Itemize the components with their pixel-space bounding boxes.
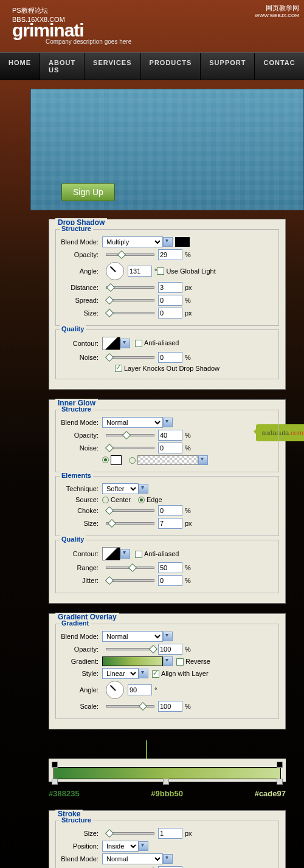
scale-input[interactable] xyxy=(158,701,182,712)
source-center-radio[interactable] xyxy=(102,497,109,503)
chevron-down-icon[interactable] xyxy=(163,656,173,666)
size-input[interactable] xyxy=(158,308,182,319)
size-slider[interactable] xyxy=(106,312,154,314)
brand-tagline: Company description goes here xyxy=(46,38,304,45)
gradient-editor[interactable] xyxy=(49,759,286,782)
contour-picker[interactable] xyxy=(102,547,120,560)
watermark-right: 网页教学网 WWW.WEBJX.COM xyxy=(255,4,299,18)
spread-input[interactable] xyxy=(158,295,182,306)
antialias-checkbox[interactable] xyxy=(135,551,142,558)
nav-support[interactable]: SUPPORT xyxy=(201,53,255,80)
nav-products[interactable]: PRODUCTS xyxy=(141,53,201,80)
choke-input[interactable] xyxy=(158,505,182,516)
panel-stroke: Stroke sudasuta.com Structure Size: px P… xyxy=(49,810,286,868)
gradient-picker[interactable] xyxy=(102,656,163,666)
noise-slider[interactable] xyxy=(106,447,154,449)
opacity-slider[interactable] xyxy=(106,648,154,650)
choke-slider[interactable] xyxy=(106,509,154,512)
glow-gradient-radio[interactable] xyxy=(129,457,136,464)
opacity-input[interactable] xyxy=(158,430,182,441)
hero-banner: Sign Up xyxy=(30,89,304,210)
chevron-down-icon[interactable] xyxy=(139,669,148,678)
position-select[interactable]: Inside xyxy=(102,841,139,852)
chevron-down-icon[interactable] xyxy=(198,455,208,465)
glow-gradient-swatch[interactable] xyxy=(137,455,198,465)
opacity-slider[interactable] xyxy=(106,253,154,256)
size-input[interactable] xyxy=(158,828,182,839)
chevron-down-icon[interactable] xyxy=(120,339,130,348)
angle-input[interactable] xyxy=(128,684,152,695)
size-input[interactable] xyxy=(158,518,182,529)
glow-color-swatch[interactable] xyxy=(111,455,122,465)
chevron-down-icon[interactable] xyxy=(139,841,148,851)
blend-mode-select[interactable]: Normal xyxy=(102,631,163,642)
panel-drop-shadow: Drop Shadow Structure Blend Mode: Multip… xyxy=(49,219,286,390)
color-swatch[interactable] xyxy=(175,237,190,247)
blend-mode-select[interactable]: Normal xyxy=(102,417,163,428)
chevron-down-icon[interactable] xyxy=(163,418,173,427)
nav-contact[interactable]: CONTAC xyxy=(255,53,304,80)
noise-input[interactable] xyxy=(158,352,182,363)
range-input[interactable] xyxy=(158,562,182,573)
distance-input[interactable] xyxy=(158,282,182,293)
chevron-down-icon[interactable] xyxy=(139,484,148,494)
glow-color-radio[interactable] xyxy=(102,456,109,463)
contour-picker[interactable] xyxy=(102,337,120,350)
size-slider[interactable] xyxy=(106,832,154,835)
angle-dial[interactable] xyxy=(106,681,124,699)
noise-input[interactable] xyxy=(158,443,182,453)
nav-services[interactable]: SERVICES xyxy=(85,53,140,80)
blend-mode-select[interactable]: Multiply xyxy=(102,236,163,247)
chevron-down-icon[interactable] xyxy=(120,549,130,559)
panel-gradient-overlay: Gradient Overlay Gradient Blend Mode: No… xyxy=(49,613,286,729)
distance-slider[interactable] xyxy=(106,286,154,289)
blend-mode-select[interactable]: Normal xyxy=(102,853,163,864)
antialias-checkbox[interactable] xyxy=(135,340,142,347)
jitter-input[interactable] xyxy=(158,575,182,586)
size-slider[interactable] xyxy=(106,522,154,525)
align-checkbox[interactable] xyxy=(152,670,159,678)
angle-input[interactable] xyxy=(128,266,152,277)
technique-select[interactable]: Softer xyxy=(102,483,139,494)
signup-button[interactable]: Sign Up xyxy=(61,183,115,201)
knockout-checkbox[interactable] xyxy=(115,365,122,372)
chevron-down-icon[interactable] xyxy=(163,632,173,641)
nav-about[interactable]: ABOUT US xyxy=(40,53,85,80)
noise-slider[interactable] xyxy=(106,356,154,359)
source-edge-radio[interactable] xyxy=(138,497,145,503)
jitter-slider[interactable] xyxy=(106,579,154,582)
chevron-down-icon[interactable] xyxy=(163,237,173,247)
global-light-checkbox[interactable] xyxy=(157,267,164,275)
angle-dial[interactable] xyxy=(106,262,124,280)
scale-slider[interactable] xyxy=(106,705,154,708)
opacity-input[interactable] xyxy=(158,644,182,655)
chevron-down-icon[interactable] xyxy=(163,854,173,864)
spread-slider[interactable] xyxy=(106,299,154,301)
opacity-input[interactable] xyxy=(158,249,182,260)
brand-logo: griminati xyxy=(12,20,304,41)
panel-inner-glow: Inner Glow sudasuta.com Structure Blend … xyxy=(49,399,286,604)
gradient-stop-labels: #388235 #9bbb50 #cade97 xyxy=(49,789,286,798)
nav-home[interactable]: HOME xyxy=(0,53,40,80)
opacity-slider[interactable] xyxy=(106,434,154,436)
style-select[interactable]: Linear xyxy=(102,668,139,679)
range-slider[interactable] xyxy=(106,567,154,569)
main-nav: HOME ABOUT US SERVICES PRODUCTS SUPPORT … xyxy=(0,52,304,80)
reverse-checkbox[interactable] xyxy=(176,658,184,666)
